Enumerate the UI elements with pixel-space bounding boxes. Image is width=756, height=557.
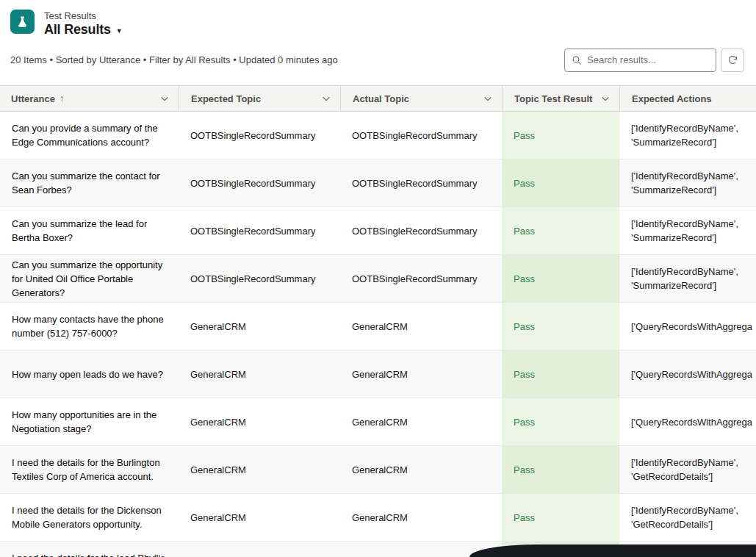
cell-actual-topic: OOTBSingleRecordSummary xyxy=(340,255,502,302)
column-label: Topic Test Result xyxy=(514,93,592,104)
cell-topic-test-result: Pass xyxy=(502,398,619,445)
table-row[interactable]: Can you provide a summary of the Edge Co… xyxy=(0,112,756,159)
cell-expected-actions-text: ['QueryRecordsWithAggrega xyxy=(631,320,752,334)
cell-expected-actions: ['IdentifyRecordByName', 'GetRecordDetai… xyxy=(619,446,756,493)
chevron-down-icon[interactable] xyxy=(154,93,170,104)
cell-topic-test-result-text: Pass xyxy=(514,129,535,143)
cell-topic-test-result: Pass xyxy=(502,255,619,302)
results-table: Utterance ↑ Expected Topic Actual Topic xyxy=(0,85,756,557)
cell-actual-topic-text: OOTBSingleRecordSummary xyxy=(352,176,478,190)
cell-expected-topic: GeneralCRM xyxy=(179,398,340,445)
cell-expected-actions-text: ['IdentifyRecordByName', 'SummarizeRecor… xyxy=(631,217,756,245)
cell-expected-actions: ['IdentifyRecordByName', 'SummarizeRecor… xyxy=(619,112,756,159)
cell-utterance: Can you summarize the lead for Bertha Bo… xyxy=(0,207,179,254)
cell-expected-topic: GeneralCRM xyxy=(179,494,340,541)
cell-expected-topic: OOTBSingleRecordSummary xyxy=(179,159,340,206)
cell-topic-test-result-text: Pass xyxy=(514,511,535,525)
cell-expected-topic: GeneralCRM xyxy=(179,351,340,398)
cell-utterance-text: Can you summarize the opportunity for Un… xyxy=(12,258,167,300)
cell-topic-test-result: Pass xyxy=(502,207,619,254)
cell-expected-actions: ['IdentifyRecordByName', 'SummarizeRecor… xyxy=(619,207,756,254)
list-summary: 20 Items • Sorted by Utterance • Filter … xyxy=(10,54,338,65)
chevron-down-icon: ▼ xyxy=(116,27,123,35)
sort-asc-icon: ↑ xyxy=(60,93,64,104)
cell-expected-topic-text: OOTBSingleRecordSummary xyxy=(190,272,316,286)
cell-actual-topic: OOTBSingleRecordSummary xyxy=(340,112,502,159)
search-icon xyxy=(572,55,582,65)
column-header-expected-topic[interactable]: Expected Topic xyxy=(179,86,340,111)
refresh-icon xyxy=(727,54,738,65)
cell-topic-test-result-text: Pass xyxy=(514,415,535,429)
cell-topic-test-result-text: Pass xyxy=(514,320,535,334)
search-input[interactable] xyxy=(587,54,709,65)
header-titles: Test Results All Results ▼ xyxy=(44,10,123,37)
list-view-selector[interactable]: All Results ▼ xyxy=(44,22,123,37)
cell-actual-topic-text: GeneralCRM xyxy=(352,463,408,477)
cell-expected-actions: ['QueryRecordsWithAggrega xyxy=(619,303,756,350)
column-header-expected-actions[interactable]: Expected Actions xyxy=(619,86,756,111)
cell-topic-test-result-text: Pass xyxy=(514,463,535,477)
cell-utterance-text: Can you summarize the contact for Sean F… xyxy=(12,169,167,197)
cell-expected-topic-text: GeneralCRM xyxy=(190,367,246,381)
table-row[interactable]: I need the details for the Dickenson Mob… xyxy=(0,494,756,542)
column-label: Actual Topic xyxy=(353,93,409,104)
chevron-down-icon[interactable] xyxy=(477,93,493,104)
cell-expected-topic: GeneralCRM xyxy=(179,446,340,493)
cell-actual-topic-text: GeneralCRM xyxy=(352,367,408,381)
table-row[interactable]: I need the details for the Burlington Te… xyxy=(0,446,756,494)
cell-topic-test-result: Pass xyxy=(502,112,619,159)
cell-expected-actions-text: ['IdentifyRecordByName', 'SummarizeRecor… xyxy=(631,121,756,149)
column-label: Expected Topic xyxy=(191,93,261,104)
table-body: Can you provide a summary of the Edge Co… xyxy=(0,112,756,557)
cell-expected-topic-text: OOTBSingleRecordSummary xyxy=(190,129,316,143)
cell-expected-topic-text: GeneralCRM xyxy=(190,320,246,334)
cell-actual-topic-text: OOTBSingleRecordSummary xyxy=(352,272,478,286)
cell-topic-test-result-text: Pass xyxy=(514,367,535,381)
cell-utterance: Can you summarize the opportunity for Un… xyxy=(0,255,179,302)
cell-expected-actions-text: ['IdentifyRecordByName', 'SummarizeRecor… xyxy=(631,265,756,292)
cell-expected-topic xyxy=(179,542,340,557)
cell-actual-topic: GeneralCRM xyxy=(340,351,502,398)
cell-expected-topic-text: GeneralCRM xyxy=(190,463,246,477)
cell-expected-topic: OOTBSingleRecordSummary xyxy=(179,207,340,254)
column-header-utterance[interactable]: Utterance ↑ xyxy=(0,86,179,111)
cell-utterance: I need the details for the lead Phyllis xyxy=(0,542,179,557)
cell-expected-actions-text: ['IdentifyRecordByName', 'GetRecordDetai… xyxy=(631,503,756,531)
table-row[interactable]: How many open leads do we have?GeneralCR… xyxy=(0,351,756,398)
table-row[interactable]: Can you summarize the opportunity for Un… xyxy=(0,255,756,303)
cell-expected-actions-text: ['IdentifyRecordByName', 'GetRecordDetai… xyxy=(631,456,756,484)
table-row[interactable]: How many contacts have the phone number … xyxy=(0,303,756,351)
cell-utterance-text: I need the details for the Dickenson Mob… xyxy=(12,503,167,531)
column-label: Utterance xyxy=(11,93,55,104)
chevron-down-icon[interactable] xyxy=(594,93,611,104)
cell-actual-topic-text: GeneralCRM xyxy=(352,511,408,525)
column-header-actual-topic[interactable]: Actual Topic xyxy=(340,86,502,111)
cell-topic-test-result: Pass xyxy=(502,351,619,398)
refresh-button[interactable] xyxy=(721,48,744,72)
cell-expected-actions-text: ['QueryRecordsWithAggrega xyxy=(631,415,752,429)
cell-expected-actions: ['IdentifyRecordByName', 'GetRecordDetai… xyxy=(619,494,756,541)
table-row[interactable]: Can you summarize the contact for Sean F… xyxy=(0,159,756,207)
cell-expected-topic: OOTBSingleRecordSummary xyxy=(179,112,340,159)
cell-utterance: How many open leads do we have? xyxy=(0,351,179,398)
cell-actual-topic: OOTBSingleRecordSummary xyxy=(340,159,502,206)
list-toolbar: 20 Items • Sorted by Utterance • Filter … xyxy=(0,37,756,73)
cell-actual-topic-text: OOTBSingleRecordSummary xyxy=(352,224,478,238)
column-header-topic-test-result[interactable]: Topic Test Result xyxy=(502,86,619,111)
cell-utterance-text: Can you summarize the lead for Bertha Bo… xyxy=(12,217,167,245)
cell-topic-test-result: Pass xyxy=(502,303,619,350)
table-row[interactable]: Can you summarize the lead for Bertha Bo… xyxy=(0,207,756,255)
view-label: All Results xyxy=(44,22,111,37)
cell-actual-topic: GeneralCRM xyxy=(340,494,502,541)
chevron-down-icon[interactable] xyxy=(315,93,331,104)
search-box[interactable] xyxy=(564,48,716,72)
cell-actual-topic: OOTBSingleRecordSummary xyxy=(340,207,502,254)
cell-topic-test-result: Pass xyxy=(502,446,619,493)
table-header: Utterance ↑ Expected Topic Actual Topic xyxy=(0,86,756,112)
cell-actual-topic-text: GeneralCRM xyxy=(352,320,408,334)
cell-utterance-text: I need the details for the Burlington Te… xyxy=(12,456,167,484)
table-row[interactable]: How many opportunities are in the Negoti… xyxy=(0,398,756,446)
cell-expected-actions: ['QueryRecordsWithAggrega xyxy=(619,398,756,445)
bottom-panel-edge xyxy=(469,545,756,557)
cell-utterance: Can you provide a summary of the Edge Co… xyxy=(0,112,179,159)
